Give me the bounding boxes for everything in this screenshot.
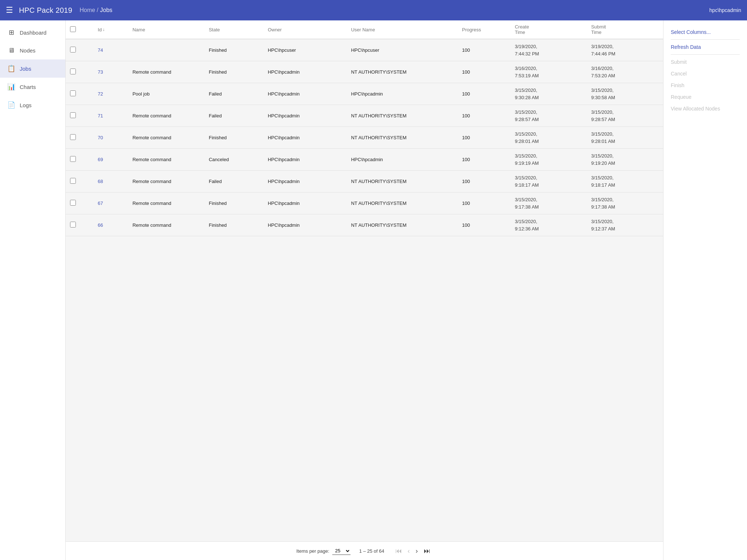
job-create-time: 3/15/2020,9:19:19 AM	[510, 149, 587, 171]
job-id-link[interactable]: 72	[98, 91, 103, 97]
job-progress: 100	[458, 149, 511, 171]
sidebar-item-dashboard[interactable]: ⊞ Dashboard	[0, 23, 65, 42]
job-username: NT AUTHORITY\SYSTEM	[347, 171, 457, 192]
job-state: Finished	[204, 214, 263, 236]
sidebar-item-logs[interactable]: 📄 Logs	[0, 96, 65, 114]
row-checkbox[interactable]	[70, 156, 76, 162]
table-row: 69Remote commandCanceledHPC\hpcadminHPC\…	[66, 149, 663, 171]
th-create-time: CreateTime	[510, 20, 587, 39]
th-checkbox	[66, 20, 93, 39]
row-checkbox[interactable]	[70, 112, 76, 118]
table-row: 66Remote commandFinishedHPC\hpcadminNT A…	[66, 214, 663, 236]
job-username: NT AUTHORITY\SYSTEM	[347, 105, 457, 127]
job-name: Remote command	[128, 214, 204, 236]
job-owner: HPC\hpcadmin	[263, 171, 347, 192]
submit-button[interactable]: Submit	[671, 56, 687, 68]
job-submit-time: 3/15/2020,9:17:38 AM	[587, 192, 663, 214]
job-create-time: 3/16/2020,7:53:19 AM	[510, 61, 587, 83]
finish-button[interactable]: Finish	[671, 79, 684, 91]
jobs-table: Id ↓ Name State Owner User Name Progress…	[66, 20, 663, 236]
job-id-link[interactable]: 74	[98, 47, 103, 53]
job-state: Canceled	[204, 149, 263, 171]
job-create-time: 3/15/2020,9:28:57 AM	[510, 105, 587, 127]
job-progress: 100	[458, 105, 511, 127]
select-all-checkbox[interactable]	[70, 26, 76, 32]
table-row: 74FinishedHPC\hpcuserHPC\hpcuser1003/19/…	[66, 39, 663, 61]
job-state: Failed	[204, 83, 263, 105]
job-id-link[interactable]: 70	[98, 135, 103, 140]
sidebar-item-nodes[interactable]: 🖥 Nodes	[0, 42, 65, 59]
job-name: Remote command	[128, 61, 204, 83]
dashboard-icon: ⊞	[7, 28, 15, 36]
job-state: Finished	[204, 192, 263, 214]
job-username: NT AUTHORITY\SYSTEM	[347, 127, 457, 149]
prev-page-button[interactable]: ‹	[406, 546, 412, 556]
first-page-button[interactable]: ⏮	[393, 546, 404, 556]
job-owner: HPC\hpcadmin	[263, 61, 347, 83]
divider-2	[671, 54, 740, 55]
th-username: User Name	[347, 20, 457, 39]
job-state: Finished	[204, 61, 263, 83]
job-id-link[interactable]: 69	[98, 157, 103, 162]
th-id-label: Id	[98, 27, 102, 32]
table-row: 70Remote commandFinishedHPC\hpcadminNT A…	[66, 127, 663, 149]
sidebar-item-charts[interactable]: 📊 Charts	[0, 78, 65, 96]
sidebar-label-dashboard: Dashboard	[20, 30, 46, 36]
job-owner: HPC\hpcadmin	[263, 83, 347, 105]
job-progress: 100	[458, 83, 511, 105]
row-checkbox[interactable]	[70, 47, 76, 52]
sidebar-item-jobs[interactable]: 📋 Jobs	[0, 59, 65, 78]
menu-icon[interactable]: ☰	[6, 5, 13, 15]
job-submit-time: 3/15/2020,9:12:37 AM	[587, 214, 663, 236]
job-username: NT AUTHORITY\SYSTEM	[347, 192, 457, 214]
row-checkbox[interactable]	[70, 134, 76, 140]
job-id-link[interactable]: 66	[98, 222, 103, 228]
job-create-time: 3/15/2020,9:17:38 AM	[510, 192, 587, 214]
requeue-button[interactable]: Requeue	[671, 91, 692, 103]
row-checkbox[interactable]	[70, 90, 76, 96]
breadcrumb-home[interactable]: Home	[80, 7, 95, 13]
job-state: Failed	[204, 105, 263, 127]
pagination-range: 1 – 25 of 64	[359, 548, 384, 554]
table-row: 73Remote commandFinishedHPC\hpcadminNT A…	[66, 61, 663, 83]
job-name: Remote command	[128, 192, 204, 214]
table-scroll-area[interactable]: Id ↓ Name State Owner User Name Progress…	[66, 20, 663, 541]
job-id-link[interactable]: 68	[98, 179, 103, 184]
select-columns-button[interactable]: Select Columns...	[671, 26, 711, 38]
job-id-link[interactable]: 67	[98, 201, 103, 206]
view-allocated-nodes-button[interactable]: View Allocated Nodes	[671, 103, 720, 114]
table-row: 67Remote commandFinishedHPC\hpcadminNT A…	[66, 192, 663, 214]
job-username: HPC\hpcuser	[347, 39, 457, 61]
job-username: NT AUTHORITY\SYSTEM	[347, 214, 457, 236]
next-page-button[interactable]: ›	[414, 546, 420, 556]
row-checkbox[interactable]	[70, 222, 76, 228]
job-owner: HPC\hpcadmin	[263, 214, 347, 236]
job-owner: HPC\hpcadmin	[263, 192, 347, 214]
pagination-bar: Items per page: 25 10 50 100 1 – 25 of 6…	[66, 541, 663, 560]
row-checkbox[interactable]	[70, 200, 76, 206]
job-id-link[interactable]: 73	[98, 69, 103, 75]
main-content: Id ↓ Name State Owner User Name Progress…	[66, 20, 747, 560]
job-progress: 100	[458, 171, 511, 192]
job-submit-time: 3/15/2020,9:18:17 AM	[587, 171, 663, 192]
job-progress: 100	[458, 214, 511, 236]
sidebar: ⊞ Dashboard 🖥 Nodes 📋 Jobs 📊 Charts 📄 Lo…	[0, 20, 66, 560]
row-checkbox[interactable]	[70, 69, 76, 74]
job-state: Failed	[204, 171, 263, 192]
th-submit-time: SubmitTime	[587, 20, 663, 39]
breadcrumb-separator: /	[97, 7, 100, 13]
cancel-button[interactable]: Cancel	[671, 68, 687, 79]
job-progress: 100	[458, 127, 511, 149]
last-page-button[interactable]: ⏭	[422, 546, 433, 556]
job-state: Finished	[204, 127, 263, 149]
jobs-icon: 📋	[7, 65, 15, 73]
job-id-link[interactable]: 71	[98, 113, 103, 118]
job-name: Remote command	[128, 127, 204, 149]
row-checkbox[interactable]	[70, 178, 76, 184]
divider-1	[671, 39, 740, 40]
refresh-data-button[interactable]: Refresh Data	[671, 41, 701, 53]
breadcrumb-current: Jobs	[100, 7, 112, 13]
th-id[interactable]: Id ↓	[93, 20, 128, 39]
items-per-page-select[interactable]: 25 10 50 100	[332, 547, 351, 555]
job-submit-time: 3/15/2020,9:28:01 AM	[587, 127, 663, 149]
